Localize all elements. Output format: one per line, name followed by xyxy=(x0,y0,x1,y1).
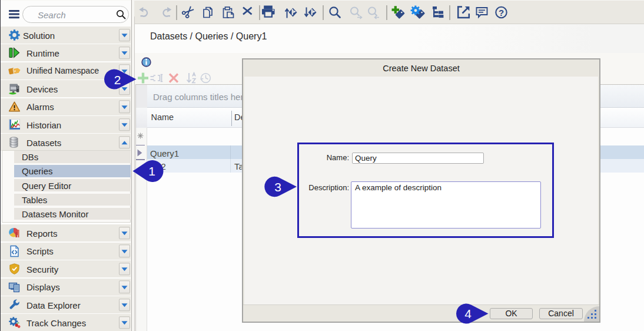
svg-text:1: 1 xyxy=(148,164,155,178)
svg-text:2: 2 xyxy=(114,73,121,87)
svg-text:4: 4 xyxy=(464,307,472,320)
svg-text:3: 3 xyxy=(274,180,281,194)
